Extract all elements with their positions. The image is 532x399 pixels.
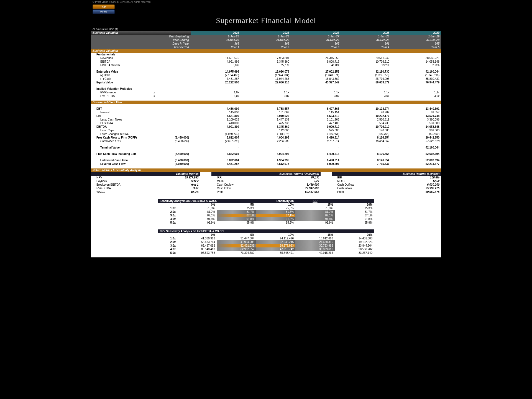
sensitivity-link[interactable]: IRR: [295, 199, 335, 203]
section-bv: Business Valuation: [91, 31, 191, 35]
section-return: Return Metrics & Sensitivity Analysis: [91, 168, 441, 172]
sensitivity-npv: NPV Sensitivity Analysis on EV/EBITDA & …: [158, 229, 374, 255]
section-dcf: Discounted Cash Flow: [91, 101, 441, 104]
section-bv-sub: Business Valuation: [91, 49, 441, 53]
home-button[interactable]: Home: [93, 9, 115, 14]
page-title: Supermarket Financial Model: [91, 16, 441, 25]
unlevered-returns: Business Returns (Unlevered) IRR87,1% MO…: [211, 172, 321, 194]
sensitivity-irr: Sensitivity Analysis on EV/EBITDA & WACC…: [158, 199, 374, 224]
header-table: Business Valuation 20252026202720282029 …: [91, 31, 441, 53]
copyright: © Profit Vision Financial Services. All …: [91, 0, 441, 4]
currency-note: All Amounts in USD ($): [91, 28, 441, 31]
valuation-metrics: Valuation Metrics NPV39.977.993 PaybackY…: [91, 172, 200, 194]
levered-returns: Business Returns (Levered) IRR108,8% MOI…: [332, 172, 441, 194]
bv-table: Fundamentals Revenues14.621.67517.983.80…: [91, 53, 441, 104]
top-button[interactable]: Top: [93, 4, 115, 9]
dcf-table: EBT4.436.0995.788.5578.407.86510.123.274…: [91, 104, 441, 172]
